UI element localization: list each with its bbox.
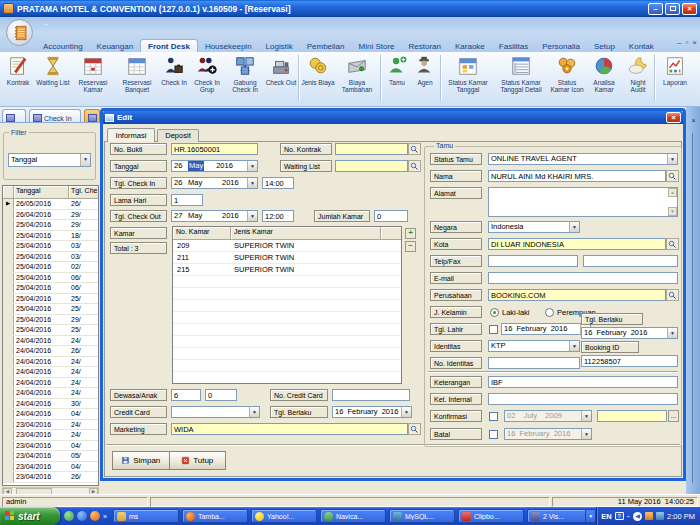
reservation-row[interactable]: 24/04/201626/ <box>3 346 98 357</box>
check-in-time-input[interactable]: 14:00 <box>262 177 294 189</box>
taskbar-task-navicat[interactable]: Navica... <box>320 509 386 523</box>
kota-search-button[interactable] <box>666 238 679 250</box>
chevron-down-icon[interactable]: ▼ <box>581 411 591 421</box>
taskbar-task-mysql[interactable]: MySQL... <box>389 509 455 523</box>
booking-id-input[interactable]: 112258507 <box>581 355 678 367</box>
reservation-row[interactable]: 25/04/201625/ <box>3 304 98 315</box>
alamat-textarea[interactable]: ▲ ▼ <box>488 187 678 217</box>
tgl-berlaku-cc-datepicker[interactable]: 16 February 2016▼ <box>332 406 412 418</box>
waiting-list-input[interactable] <box>335 160 408 172</box>
keyboard-help-icon[interactable]: ? <box>615 512 624 520</box>
hide-icons-icon[interactable]: ◀ <box>633 512 642 521</box>
chevron-down-icon[interactable]: ▼ <box>247 161 257 171</box>
check-out-time-input[interactable]: 12:00 <box>262 210 294 222</box>
grid-col-tanggal[interactable]: Tanggal <box>14 186 69 198</box>
kamar-row[interactable]: 215SUPERIOR TWIN <box>173 264 401 276</box>
simpan-button[interactable]: Simpan <box>113 452 170 469</box>
add-room-button[interactable]: + <box>405 228 416 239</box>
reservation-row[interactable]: 24/04/201604/ <box>3 409 98 420</box>
reservation-row[interactable]: 23/04/201604/ <box>3 441 98 452</box>
reservation-row[interactable]: 23/04/201626/ <box>3 472 98 483</box>
reservation-row[interactable]: 24/04/201624/ <box>3 388 98 399</box>
konfirmasi-datepicker[interactable]: 02 July 2009▼ <box>504 410 592 422</box>
panel-close-icon[interactable]: × <box>689 117 698 126</box>
reservation-row[interactable]: 24/04/201630/ <box>3 399 98 410</box>
chevron-down-icon[interactable]: ▼ <box>569 341 579 351</box>
tanggal-datepicker[interactable]: 26May2016▼ <box>171 160 258 172</box>
status-tamu-combo[interactable]: ONLINE TRAVEL AGENT▼ <box>488 153 678 165</box>
no-kontrak-input[interactable] <box>335 143 408 155</box>
reservation-row[interactable]: 25/04/201602/ <box>3 262 98 273</box>
credit-card-combo[interactable]: ▼ <box>171 406 260 418</box>
kamar-col-jenis[interactable]: Jenis Kamar <box>231 227 381 239</box>
chevron-down-icon[interactable]: ▼ <box>667 154 677 164</box>
application-button[interactable] <box>6 19 33 46</box>
messenger-icon[interactable] <box>64 511 74 521</box>
restore-button[interactable] <box>665 3 680 15</box>
konfirmasi-ellipsis-button[interactable]: … <box>668 410 679 422</box>
chevron-down-icon[interactable]: ▼ <box>569 222 579 232</box>
reservation-row[interactable]: 23/04/201624/ <box>3 430 98 441</box>
reservation-row[interactable]: 25/04/201606/ <box>3 283 98 294</box>
toolbar-status-kamar-tanggal-detail[interactable]: Status Kamar Tanggal Detail <box>493 54 549 104</box>
menu-tab-setup[interactable]: Setup <box>587 40 622 52</box>
browser-icon[interactable] <box>77 511 87 521</box>
toolbar-laporan[interactable]: Laporan <box>657 54 693 104</box>
batal-checkbox[interactable] <box>489 430 498 439</box>
email-input[interactable] <box>488 272 678 284</box>
menu-tab-keuangan[interactable]: Keuangan <box>90 40 140 52</box>
tray-app-icon-1[interactable] <box>645 512 653 520</box>
no-kontrak-search-button[interactable] <box>408 143 421 155</box>
nama-search-button[interactable] <box>666 170 679 182</box>
reservation-row[interactable]: 24/04/201624/ <box>3 336 98 347</box>
menu-tab-housekeepin[interactable]: Housekeepin <box>198 40 259 52</box>
fax-input[interactable] <box>583 255 678 267</box>
menu-tab-restoran[interactable]: Restoran <box>402 40 448 52</box>
tgl-berlaku-datepicker[interactable]: 16 February 2016▼ <box>581 327 678 339</box>
scroll-up-icon[interactable]: ▲ <box>668 188 677 197</box>
reservation-row[interactable]: 25/04/201606/ <box>3 273 98 284</box>
minimize-button[interactable]: – <box>648 3 663 15</box>
toolbar-check-out[interactable]: Check Out <box>265 54 297 104</box>
toolbar-status-kamar-icon[interactable]: Status Kamar Icon <box>549 54 585 104</box>
reservation-row[interactable]: 25/04/201629/ <box>3 220 98 231</box>
menu-tab-personalia[interactable]: Personalia <box>535 40 587 52</box>
mdi-minimize-icon[interactable]: – <box>677 38 681 48</box>
marketing-input[interactable]: WIDA <box>171 423 408 435</box>
grid-col-tglcheckin[interactable]: Tgl. Che <box>69 186 98 198</box>
waiting-list-search-button[interactable] <box>408 160 421 172</box>
kamar-row[interactable]: 209SUPERIOR TWIN <box>173 240 401 252</box>
reservation-row[interactable]: 26/04/201629/ <box>3 210 98 221</box>
tutup-button[interactable]: Tutup <box>170 452 226 469</box>
firefox-icon[interactable] <box>90 511 100 521</box>
toolbar-analisa-kamar[interactable]: Analisa Kamar <box>585 54 623 104</box>
reservation-row[interactable]: 25/04/201603/ <box>3 241 98 252</box>
lama-hari-input[interactable]: 1 <box>171 194 203 206</box>
reservation-row[interactable]: ▶26/05/201626/ <box>3 199 98 210</box>
chevron-down-icon[interactable]: ▼ <box>80 154 90 166</box>
taskbar-task-folder[interactable]: ms <box>113 509 179 523</box>
quick-access-toolbar[interactable]: ÷ <box>44 20 48 29</box>
ket-internal-input[interactable] <box>488 393 678 405</box>
toolbar-check-in[interactable]: Check In <box>159 54 189 104</box>
identitas-combo[interactable]: KTP▼ <box>488 340 580 352</box>
jumlah-kamar-input[interactable]: 0 <box>374 210 408 222</box>
anak-input[interactable]: 0 <box>205 389 237 401</box>
menu-tab-fasilitas[interactable]: Fasilitas <box>492 40 535 52</box>
menu-tab-front-desk[interactable]: Front Desk <box>140 39 198 52</box>
reservation-row[interactable]: 25/04/201625/ <box>3 325 98 336</box>
toolbar-kontrak[interactable]: Kontrak <box>1 54 35 104</box>
tab-informasi[interactable]: Informasi <box>107 128 155 142</box>
menu-tab-karaoke[interactable]: Karaoke <box>448 40 492 52</box>
toolbar-tamu[interactable]: Tamu <box>383 54 411 104</box>
reservation-row[interactable]: 24/04/201624/ <box>3 378 98 389</box>
reservation-row[interactable]: 24/04/201624/ <box>3 367 98 378</box>
perusahaan-search-button[interactable] <box>666 289 679 301</box>
keterangan-input[interactable]: IBF <box>488 376 678 388</box>
toolbar-night-audit[interactable]: Night Audit <box>623 54 653 104</box>
chevron-down-icon[interactable]: ▼ <box>247 211 257 221</box>
reservation-row[interactable]: 23/04/201624/ <box>3 420 98 431</box>
toolbar-reservasi-banquet[interactable]: Reservasi Banquet <box>115 54 159 104</box>
menu-tab-logistik[interactable]: Logistik <box>259 40 300 52</box>
taskbar-chevron-icon[interactable]: ▼ <box>585 509 596 523</box>
